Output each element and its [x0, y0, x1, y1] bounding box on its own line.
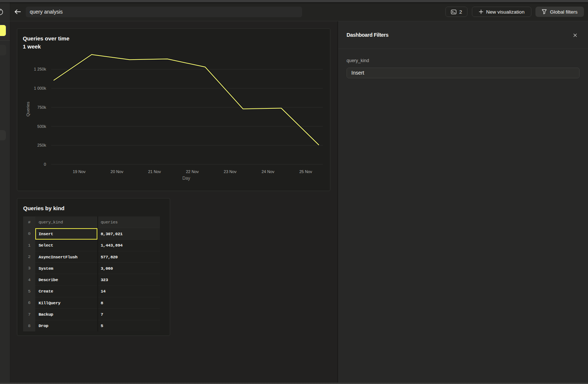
svg-text:Day: Day — [182, 176, 190, 181]
svg-text:20 Nov: 20 Nov — [111, 169, 123, 174]
svg-text:19 Nov: 19 Nov — [73, 169, 86, 174]
svg-text:Queries: Queries — [26, 102, 30, 117]
svg-text:1 000k: 1 000k — [34, 86, 46, 90]
svg-text:22 Nov: 22 Nov — [186, 169, 199, 174]
svg-text:25 Nov: 25 Nov — [299, 169, 312, 174]
svg-text:21 Nov: 21 Nov — [148, 169, 161, 174]
svg-text:24 Nov: 24 Nov — [262, 169, 275, 174]
svg-text:23 Nov: 23 Nov — [224, 169, 237, 174]
svg-text:0: 0 — [44, 162, 46, 166]
svg-text:250k: 250k — [37, 143, 46, 147]
svg-text:1 250k: 1 250k — [34, 67, 46, 71]
svg-text:750k: 750k — [37, 105, 46, 110]
svg-text:500k: 500k — [37, 124, 46, 129]
